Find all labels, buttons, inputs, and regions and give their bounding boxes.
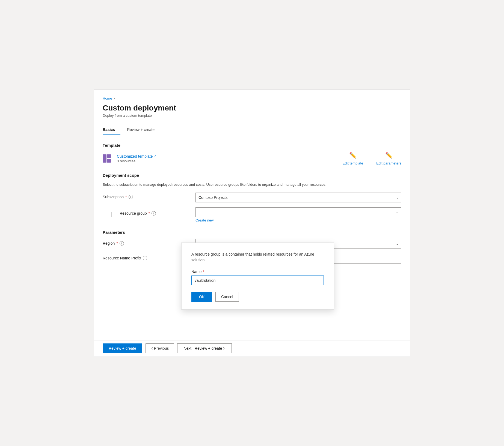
external-link-icon: ➚ <box>154 154 156 158</box>
resource-group-control: ⌄ Create new <box>195 207 401 222</box>
template-actions: ✏️ Edit template ✏️ Edit parameters <box>342 152 401 165</box>
resource-group-select-wrapper: ⌄ <box>195 207 401 217</box>
modal-name-required: * <box>203 270 204 274</box>
template-info: Customized template ➚ 3 resources <box>103 153 156 164</box>
previous-button[interactable]: < Previous <box>146 343 174 353</box>
modal-actions: OK Cancel <box>191 292 324 302</box>
tab-review-create[interactable]: Review + create <box>127 125 160 135</box>
modal-name-label: Name * <box>191 270 324 274</box>
resource-name-prefix-info-icon[interactable]: i <box>143 256 147 260</box>
tab-basics[interactable]: Basics <box>103 125 120 135</box>
region-label: Region <box>103 241 115 246</box>
subscription-required: * <box>125 195 127 199</box>
resource-group-row: Resource group * i ⌄ Create new <box>103 207 401 222</box>
template-resources: 3 resources <box>117 159 156 163</box>
resource-group-select[interactable] <box>195 207 401 217</box>
template-section-label: Template <box>103 143 401 148</box>
modal-description: A resource group is a container that hol… <box>191 252 324 263</box>
subscription-label-col: Subscription * i <box>103 193 195 199</box>
review-create-button[interactable]: Review + create <box>103 343 142 353</box>
region-required: * <box>116 241 118 246</box>
pencil-icon-template: ✏️ <box>349 152 357 159</box>
subscription-control: Contoso Projects ⌄ <box>195 193 401 202</box>
deployment-scope-label: Deployment scope <box>103 173 401 178</box>
page-subtitle: Deploy from a custom template <box>103 113 401 118</box>
breadcrumb-separator: › <box>114 96 115 100</box>
subscription-select[interactable]: Contoso Projects <box>195 193 401 202</box>
pencil-icon-parameters: ✏️ <box>385 152 393 159</box>
page-container: Home › Custom deployment Deploy from a c… <box>94 89 410 357</box>
breadcrumb: Home › <box>103 96 401 100</box>
template-icon <box>103 153 113 164</box>
page-title: Custom deployment <box>103 104 401 112</box>
resource-name-prefix-label: Resource Name Prefix <box>103 256 141 260</box>
deployment-scope-section: Deployment scope Select the subscription… <box>103 173 401 223</box>
next-button[interactable]: Next : Review + create > <box>177 343 232 353</box>
tab-bar: Basics Review + create <box>103 125 401 135</box>
bottom-bar: Review + create < Previous Next : Review… <box>94 340 410 357</box>
modal-name-input[interactable] <box>191 276 324 285</box>
create-resource-group-modal: A resource group is a container that hol… <box>181 243 334 310</box>
breadcrumb-home[interactable]: Home <box>103 96 112 100</box>
resource-group-info-icon[interactable]: i <box>152 211 156 215</box>
create-new-link[interactable]: Create new <box>195 218 401 222</box>
modal-ok-button[interactable]: OK <box>191 292 212 302</box>
subscription-select-wrapper: Contoso Projects ⌄ <box>195 193 401 202</box>
subscription-label: Subscription <box>103 195 124 199</box>
template-text: Customized template ➚ 3 resources <box>117 154 156 163</box>
parameters-section-label: Parameters <box>103 230 401 235</box>
resource-group-label: Resource group <box>120 211 147 215</box>
region-info-icon[interactable]: i <box>120 241 124 246</box>
subscription-row: Subscription * i Contoso Projects ⌄ <box>103 193 401 202</box>
template-name[interactable]: Customized template ➚ <box>117 154 156 158</box>
template-row: Customized template ➚ 3 resources ✏️ Edi… <box>103 152 401 165</box>
edit-template-button[interactable]: ✏️ Edit template <box>342 152 363 165</box>
subscription-info-icon[interactable]: i <box>129 195 133 199</box>
modal-cancel-button[interactable]: Cancel <box>215 292 239 302</box>
indent-line <box>111 212 118 217</box>
resource-group-label-col: Resource group * i <box>103 207 195 217</box>
resource-group-required: * <box>149 211 150 215</box>
deployment-scope-desc: Select the subscription to manage deploy… <box>103 182 401 187</box>
edit-parameters-button[interactable]: ✏️ Edit parameters <box>376 152 401 165</box>
